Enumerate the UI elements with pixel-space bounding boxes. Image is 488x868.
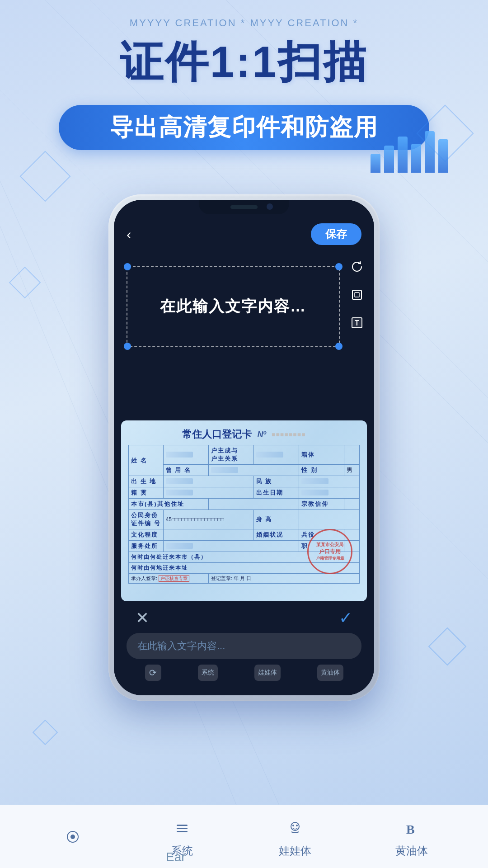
nav-item-1[interactable] — [60, 824, 85, 849]
text-icon[interactable]: T — [347, 313, 367, 333]
phone-canvas: T 在此输入文字内容… 常 — [114, 252, 374, 601]
bottom-label-ear: Ear — [166, 850, 186, 864]
toolbar-item-system[interactable]: 系统 — [198, 665, 218, 681]
official-stamp: 某某市公安局 户口专用 户籍管理专用章 — [307, 529, 352, 574]
phone-bottom-area: ✕ ✓ 在此输入文字内容... ⟳ 系统 娃娃体 — [114, 601, 374, 695]
bar-3 — [398, 137, 408, 173]
rotate-icon[interactable] — [347, 257, 367, 277]
bar-5 — [425, 131, 435, 173]
svg-rect-14 — [177, 831, 188, 832]
nav-icon-yellow: B — [399, 816, 424, 841]
toolbar-item-rotate[interactable]: ⟳ — [145, 665, 161, 681]
wawa-font-icon: 娃娃体 — [254, 665, 281, 681]
nav-item-yellow[interactable]: B 黄油体 — [395, 816, 428, 858]
toolbar-item-yellow[interactable]: 黄油体 — [317, 665, 343, 681]
nav-label-wawa: 娃娃体 — [279, 844, 311, 858]
corner-handle-bl[interactable] — [124, 343, 131, 350]
cert-title: 常住人口登记卡 Nº ■■■■■■■■ — [128, 428, 360, 441]
svg-point-16 — [292, 825, 294, 826]
font-toolbar: ⟳ 系统 娃娃体 黄油体 — [127, 665, 361, 684]
certificate-card: 常住人口登记卡 Nº ■■■■■■■■ 姓 名 户主成与户主关系 — [121, 420, 367, 601]
cancel-action-button[interactable]: ✕ — [136, 609, 149, 627]
svg-point-17 — [296, 825, 298, 826]
frame-icon[interactable] — [347, 285, 367, 305]
svg-rect-7 — [355, 292, 359, 297]
svg-point-11 — [70, 835, 75, 839]
text-edit-placeholder: 在此输入文字内容… — [160, 296, 306, 317]
svg-text:T: T — [355, 319, 359, 327]
svg-text:B: B — [406, 822, 415, 836]
nav-icon-1 — [60, 824, 85, 849]
bar-2 — [384, 146, 394, 173]
toolbar-item-wawa[interactable]: 娃娃体 — [254, 665, 281, 681]
svg-rect-12 — [177, 825, 188, 826]
rotate-tool-icon: ⟳ — [145, 665, 161, 681]
watermark-text: MYYYY CREATION * MYYY CREATION * — [0, 0, 488, 29]
text-input-field[interactable]: 在此输入文字内容... — [127, 633, 361, 659]
text-edit-box[interactable]: 在此输入文字内容… — [127, 266, 340, 347]
save-button[interactable]: 保存 — [311, 223, 361, 245]
nav-item-wawa[interactable]: 娃娃体 — [279, 816, 311, 858]
corner-handle-tr[interactable] — [335, 263, 343, 270]
bar-4 — [411, 144, 421, 173]
subtitle-text: 导出高清复印件和防盗用 — [110, 112, 378, 143]
cert-no-label: Nº — [257, 430, 266, 439]
bottom-navigation: 系统 娃娃体 B 黄油体 — [0, 805, 488, 868]
nav-icon-wawa — [282, 816, 308, 841]
phone-mockup: ‹ 保存 — [108, 194, 380, 701]
nav-icon-system — [169, 816, 195, 841]
back-button[interactable]: ‹ — [127, 226, 131, 243]
bar-6 — [438, 139, 448, 173]
action-row: ✕ ✓ — [127, 609, 361, 627]
corner-handle-tl[interactable] — [124, 263, 131, 270]
bar-chart-decoration — [371, 131, 448, 173]
system-font-icon: 系统 — [198, 665, 218, 681]
nav-label-yellow: 黄油体 — [395, 844, 428, 858]
bar-1 — [371, 154, 380, 173]
corner-handle-br[interactable] — [335, 343, 343, 350]
confirm-action-button[interactable]: ✓ — [339, 609, 352, 627]
main-title: 证件1:1扫描 — [0, 33, 488, 92]
svg-rect-13 — [177, 828, 188, 829]
side-icon-panel: T — [347, 257, 367, 333]
cert-no-value: ■■■■■■■■ — [272, 431, 306, 438]
phone-screen: ‹ 保存 — [114, 200, 374, 695]
phone-notch — [199, 200, 289, 214]
yellow-font-icon: 黄油体 — [317, 665, 343, 681]
svg-rect-6 — [352, 290, 361, 299]
